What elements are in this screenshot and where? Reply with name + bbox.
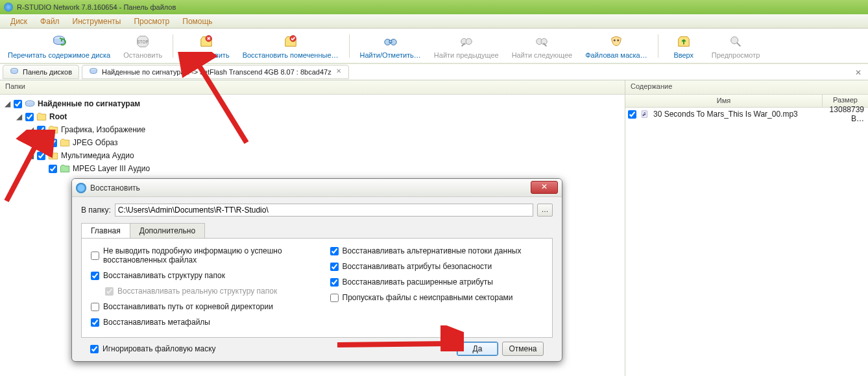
dialog-tabs: Главная Дополнительно xyxy=(81,223,553,239)
disk-icon xyxy=(89,67,98,77)
ok-button[interactable]: Да xyxy=(457,342,498,356)
checkbox[interactable] xyxy=(25,113,34,121)
toolbar-separator xyxy=(349,34,350,58)
menu-bar: Диск Файл Инструменты Просмотр Помощь xyxy=(0,14,868,29)
tree-node-root2[interactable]: ◢ Root xyxy=(4,110,621,123)
binoculars-icon xyxy=(382,33,399,50)
title-bar: R-STUDIO Network 7.8.160654 - Панель фай… xyxy=(0,0,868,14)
up-button[interactable]: Вверх xyxy=(664,30,704,62)
dialog-title: Восстановить xyxy=(90,183,140,193)
folders-header: Папки xyxy=(0,80,625,95)
find-prev-button[interactable]: Найти предыдущее xyxy=(429,30,504,62)
collapse-icon[interactable]: ◢ xyxy=(16,113,23,121)
recover-marked-icon xyxy=(282,33,299,50)
opt-no-verbose[interactable]: Не выводить подробную информацию о успеш… xyxy=(91,246,304,264)
output-folder-input[interactable] xyxy=(115,204,533,217)
tree-node-root[interactable]: ◢ Найденные по сигнатурам xyxy=(4,97,621,110)
file-row[interactable]: 30 Seconds To Mars_This Is War_00.mp3 13… xyxy=(625,108,868,121)
reread-button[interactable]: Перечитать содержимое диска xyxy=(3,30,115,62)
checkbox[interactable] xyxy=(37,152,45,160)
dialog-title-bar[interactable]: Восстановить ✕ xyxy=(72,179,562,197)
preview-button[interactable]: Предпросмотр xyxy=(706,30,766,62)
menu-tools[interactable]: Инструменты xyxy=(66,16,128,27)
tree-node-graphics[interactable]: ◢ Графика, Изображение xyxy=(4,123,621,136)
opt-skip-bad[interactable]: Пропускать файлы с неисправными секторам… xyxy=(330,293,544,302)
dialog-body: В папку: … Главная Дополнительно Не выво… xyxy=(72,197,562,362)
stop-button[interactable]: STOP Остановить xyxy=(118,30,167,62)
tree-label: Графика, Изображение xyxy=(61,125,145,134)
tree-node-mmaudio[interactable]: ◢ Мультимедиа Аудио xyxy=(4,149,621,162)
tree-label: Мультимедиа Аудио xyxy=(61,151,134,160)
opt-restore-folders[interactable]: Восстанавливать структуру папок xyxy=(91,271,304,280)
folder-icon xyxy=(60,137,70,148)
refresh-disk-icon xyxy=(51,33,67,50)
opt-alt-streams[interactable]: Восстанавливать альтернативные потоки да… xyxy=(330,246,544,255)
to-folder-label: В папку: xyxy=(81,206,111,215)
tab-label: Найденные по сигнатурам -> JetFlash Tran… xyxy=(102,68,332,76)
opt-sec-attrs[interactable]: Восстанавливать атрибуты безопасности xyxy=(330,262,544,271)
file-mask-button[interactable]: Файловая маска… xyxy=(580,30,653,62)
options-col-right: Восстанавливать альтернативные потоки да… xyxy=(330,246,544,327)
checkbox[interactable] xyxy=(37,126,45,134)
mask-icon xyxy=(608,33,625,50)
contents-header: Содержание xyxy=(625,80,868,95)
collapse-icon[interactable]: ◢ xyxy=(4,100,11,108)
tab-main[interactable]: Главная xyxy=(81,223,130,238)
preview-icon xyxy=(727,33,744,50)
opt-ignore-mask[interactable]: Игнорировать файловую маску xyxy=(90,344,216,353)
browse-button[interactable]: … xyxy=(537,204,553,217)
tree-node-jpeg[interactable]: ◢ JPEG Образ xyxy=(4,136,621,149)
tab-disks-panel[interactable]: Панель дисков xyxy=(3,65,79,79)
opt-ext-attrs[interactable]: Восстанавливать расширенные атрибуты xyxy=(330,277,544,287)
tree-node-mpeg[interactable]: ◢ MPEG Layer III Аудио xyxy=(4,162,621,175)
file-name: 30 Seconds To Mars_This Is War_00.mp3 xyxy=(653,110,814,119)
dialog-footer: Игнорировать файловую маску Да Отмена xyxy=(81,338,553,356)
collapse-icon[interactable]: ◢ xyxy=(27,126,34,134)
recover-icon xyxy=(198,33,215,50)
app-icon xyxy=(76,183,86,193)
checkbox[interactable] xyxy=(628,110,636,119)
contents-panel: Содержание Имя Размер 30 Seconds To Mars… xyxy=(625,80,868,376)
find-mark-button[interactable]: Найти/Отметить… xyxy=(355,30,426,62)
close-button[interactable]: ✕ xyxy=(531,181,558,194)
disk-icon xyxy=(10,67,19,77)
recover-button[interactable]: Восстановить xyxy=(178,30,234,62)
options-box: Не выводить подробную информацию о успеш… xyxy=(81,239,553,338)
menu-file[interactable]: Файл xyxy=(34,16,66,27)
collapse-icon[interactable]: ◢ xyxy=(27,152,34,159)
output-folder-row: В папку: … xyxy=(81,204,553,217)
recover-dialog: Восстановить ✕ В папку: … Главная Дополн… xyxy=(71,178,562,362)
cancel-button[interactable]: Отмена xyxy=(502,342,544,356)
tab-found-files[interactable]: Найденные по сигнатурам -> JetFlash Tran… xyxy=(82,65,349,79)
menu-disk[interactable]: Диск xyxy=(4,16,34,27)
tree-label: Root xyxy=(49,112,67,121)
toolbar: Перечитать содержимое диска STOP Останов… xyxy=(0,29,868,64)
column-name[interactable]: Имя xyxy=(625,95,823,107)
menu-help[interactable]: Помощь xyxy=(176,16,219,27)
checkbox[interactable] xyxy=(49,165,57,173)
tree-label: MPEG Layer III Аудио xyxy=(73,164,150,173)
opt-restore-real-tree: Восстанавливать реальную структуру папок xyxy=(91,287,304,296)
tab-advanced[interactable]: Дополнительно xyxy=(130,223,205,238)
find-next-icon xyxy=(533,33,550,50)
file-size: 13088739 В… xyxy=(817,105,865,123)
find-next-button[interactable]: Найти следующее xyxy=(507,30,578,62)
find-prev-icon xyxy=(458,33,475,50)
opt-restore-from-root[interactable]: Восстанавливать путь от корневой директо… xyxy=(91,302,304,311)
svg-rect-7 xyxy=(389,40,392,43)
app-icon xyxy=(4,3,13,12)
tab-label: Панель дисков xyxy=(23,68,72,76)
menu-view[interactable]: Просмотр xyxy=(127,16,176,27)
tree-label: Найденные по сигнатурам xyxy=(38,99,140,108)
toolbar-separator xyxy=(658,34,658,58)
panel-close-icon[interactable]: ✕ xyxy=(854,68,863,77)
svg-text:STOP: STOP xyxy=(137,39,148,43)
checkbox[interactable] xyxy=(14,100,22,108)
opt-restore-meta[interactable]: Восстанавливать метафайлы xyxy=(91,318,304,327)
close-icon[interactable]: ✕ xyxy=(335,69,342,75)
audio-file-icon xyxy=(640,109,650,119)
svg-point-9 xyxy=(466,38,472,44)
recover-marked-button[interactable]: Восстановить помеченные… xyxy=(237,30,344,62)
tab-bar: Панель дисков Найденные по сигнатурам ->… xyxy=(0,64,868,80)
checkbox[interactable] xyxy=(49,139,57,147)
